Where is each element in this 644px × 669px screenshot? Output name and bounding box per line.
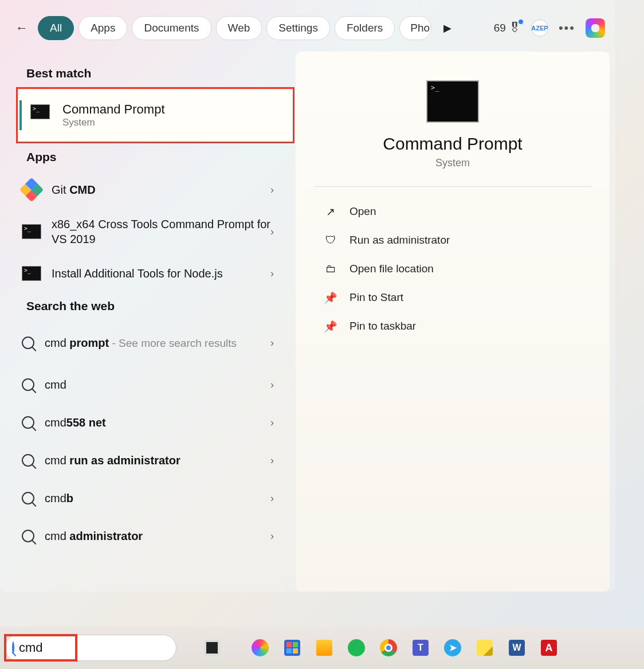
word-icon: W	[509, 640, 525, 656]
app-large-terminal-icon	[426, 80, 479, 123]
tab-apps[interactable]: Apps	[78, 16, 127, 40]
tab-row-right: 69 🎖 AZEP •••	[494, 18, 605, 38]
search-icon	[22, 378, 34, 391]
result-title: Install Additional Tools for Node.js	[52, 267, 270, 280]
chevron-right-icon: ›	[270, 530, 274, 542]
result-web[interactable]: cmd prompt - See more search results ›	[9, 320, 290, 366]
action-pin-start[interactable]: 📌 Pin to Start	[314, 283, 591, 312]
taskbar-chrome[interactable]	[376, 635, 401, 660]
tab-web[interactable]: Web	[216, 16, 262, 40]
result-title: Command Prompt	[62, 102, 165, 117]
result-app[interactable]: x86_x64 Cross Tools Command Prompt for V…	[9, 209, 290, 255]
result-web[interactable]: cmd558 net ›	[9, 404, 290, 441]
back-button[interactable]: ←	[10, 17, 33, 40]
rewards-score[interactable]: 69 🎖	[494, 21, 521, 36]
options-button[interactable]: •••	[559, 21, 575, 36]
action-pin-taskbar[interactable]: 📌 Pin to taskbar	[314, 312, 591, 341]
terminal-icon	[22, 266, 41, 281]
pin-icon: 📌	[324, 291, 337, 304]
search-icon	[22, 337, 34, 349]
detail-title: Command Prompt	[314, 134, 591, 154]
detail-panel: Command Prompt System ↗ Open 🛡 Run as ad…	[296, 52, 610, 592]
ellipsis-icon: •••	[559, 21, 575, 35]
more-tabs-button[interactable]: ▶	[436, 17, 459, 40]
taskbar-search-box[interactable]	[5, 635, 176, 661]
open-icon: ↗	[324, 205, 337, 218]
chevron-right-icon: ›	[270, 268, 274, 280]
taskbar-explorer[interactable]	[312, 635, 337, 660]
result-title: Git CMD	[52, 183, 270, 197]
copilot-icon	[252, 639, 269, 656]
result-web[interactable]: cmd ›	[9, 366, 290, 404]
terminal-icon	[30, 104, 50, 119]
result-best-match[interactable]: Command Prompt System	[16, 87, 294, 143]
arrow-left-icon: ←	[15, 21, 28, 36]
result-title: cmdb	[45, 492, 270, 505]
chevron-right-icon: ›	[270, 379, 274, 391]
store-icon	[284, 640, 300, 656]
section-best-match: Best match	[3, 60, 296, 87]
play-icon: ▶	[443, 22, 451, 34]
detail-subtitle: System	[314, 157, 591, 169]
separator	[314, 186, 591, 187]
result-web[interactable]: cmd run as administrator ›	[9, 441, 290, 479]
taskbar-teams[interactable]: T	[408, 635, 433, 660]
teams-icon: T	[413, 640, 429, 656]
folder-icon	[316, 640, 332, 656]
result-subtitle: System	[62, 117, 165, 128]
taskbar-acrobat[interactable]: A	[536, 635, 561, 660]
action-open-location[interactable]: 🗀 Open file location	[314, 255, 591, 283]
taskbar-telegram[interactable]: ➤	[440, 635, 465, 660]
search-icon	[12, 641, 14, 654]
result-title: cmd prompt - See more search results	[45, 337, 270, 350]
chevron-right-icon: ›	[270, 337, 274, 349]
tab-photos[interactable]: Pho	[399, 16, 431, 40]
terminal-icon	[22, 224, 41, 239]
search-icon	[22, 530, 34, 542]
action-open[interactable]: ↗ Open	[314, 197, 591, 226]
search-icon	[22, 454, 34, 467]
taskbar-store[interactable]	[280, 635, 305, 660]
section-web: Search the web	[3, 292, 296, 320]
tab-folders[interactable]: Folders	[335, 16, 395, 40]
pin-icon: 📌	[324, 320, 337, 332]
search-input[interactable]	[19, 640, 176, 655]
chrome-icon	[380, 639, 397, 656]
acrobat-icon: A	[541, 640, 557, 656]
git-icon	[19, 178, 44, 202]
chevron-right-icon: ›	[270, 417, 274, 429]
copilot-icon[interactable]	[586, 18, 605, 38]
filter-tab-row: ← All Apps Documents Web Settings Folder…	[0, 0, 615, 46]
tab-settings[interactable]: Settings	[266, 16, 330, 40]
user-avatar[interactable]: AZEP	[531, 19, 548, 37]
folder-icon: 🗀	[324, 263, 337, 275]
tab-documents[interactable]: Documents	[132, 16, 211, 40]
taskbar-task-view[interactable]	[199, 635, 225, 660]
result-title: cmd	[45, 378, 270, 392]
selection-indicator	[19, 100, 22, 130]
result-app[interactable]: Git CMD ›	[9, 171, 290, 209]
result-title: cmd558 net	[45, 416, 270, 429]
taskbar-copilot[interactable]	[248, 635, 273, 660]
taskbar: T ➤ W A	[0, 627, 644, 669]
taskbar-word[interactable]: W	[504, 635, 529, 660]
shield-icon: 🛡	[324, 234, 337, 247]
taskbar-search-wrap	[5, 635, 176, 661]
task-view-icon	[204, 640, 220, 656]
action-run-admin[interactable]: 🛡 Run as administrator	[314, 226, 591, 255]
result-web[interactable]: cmdb ›	[9, 479, 290, 517]
chevron-right-icon: ›	[270, 492, 274, 504]
results-list: Best match Command Prompt System Apps Gi…	[0, 52, 296, 592]
chevron-right-icon: ›	[270, 455, 274, 467]
chevron-right-icon: ›	[270, 226, 274, 238]
medal-icon: 🎖	[508, 21, 521, 36]
tab-all[interactable]: All	[38, 16, 74, 40]
result-title: cmd administrator	[45, 530, 270, 543]
result-web[interactable]: cmd administrator ›	[9, 517, 290, 555]
sticky-note-icon	[477, 640, 493, 656]
taskbar-spotify[interactable]	[344, 635, 369, 660]
taskbar-sticky-notes[interactable]	[472, 635, 497, 660]
result-app[interactable]: Install Additional Tools for Node.js ›	[9, 255, 290, 292]
result-title: cmd run as administrator	[45, 454, 270, 467]
search-icon	[22, 492, 34, 504]
